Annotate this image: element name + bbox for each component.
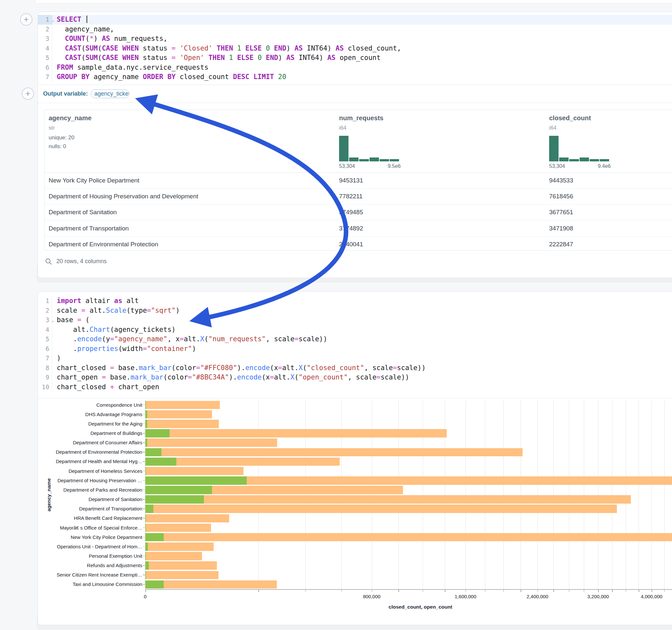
code-line[interactable]: 4 alt.Chart(agency_tickets) [38,325,672,335]
code-text[interactable]: scale = alt.Scale(type="sqrt") [52,306,672,316]
code-text[interactable]: chart_open = base.mark_bar(color="#8BC34… [52,373,672,382]
code-text[interactable]: GROUP BY agency_name ORDER BY closed_cou… [52,72,672,82]
code-line[interactable]: 8chart_closed = base.mark_bar(color="#FF… [38,363,672,373]
code-line[interactable]: 7) [38,354,672,363]
x-axis-minor-tick [485,590,486,592]
table-cell: Department of Housing Preservation and D… [49,193,339,200]
code-text[interactable]: COUNT(*) AS num_requests, [52,34,672,44]
y-axis-tick [143,433,145,434]
y-axis-tick [143,528,145,528]
code-token: agency_name [90,73,143,81]
table-row[interactable]: Department of Environmental Protection22… [44,237,672,252]
code-text[interactable]: .encode(y="agency_name", x=alt.X("num_re… [52,335,672,344]
histogram-bar [549,136,558,162]
code-token: SELECT [57,16,81,23]
code-token [81,16,86,23]
column-name[interactable]: agency_name [49,114,91,122]
python-code-editor[interactable]: 1import altair as alt2scale = alt.Scale(… [38,292,672,398]
code-text[interactable]: import altair as alt [52,296,672,306]
code-line[interactable]: 4 CAST(SUM(CASE WHEN status = 'Closed' T… [38,44,672,53]
bar-closed-count [145,505,617,513]
y-axis-tick [143,461,145,462]
code-text[interactable]: alt.Chart(agency_tickets) [52,325,672,335]
code-text[interactable]: base = ( [52,315,672,325]
y-axis-tick [143,480,145,481]
sql-code-editor[interactable]: 1⌄SELECT 2 agency_name,3 COUNT(*) AS num… [38,12,672,84]
code-token [262,44,266,52]
code-line[interactable]: 2scale = alt.Scale(type="sqrt") [38,306,672,316]
code-line[interactable]: 3⌄base = ( [38,315,672,325]
code-text[interactable]: chart_closed = base.mark_bar(color="#FFC… [52,363,672,373]
column-name[interactable]: num_requests [339,114,383,122]
code-token: = [171,44,176,52]
y-axis-tick [143,575,145,575]
code-line[interactable]: 6 .properties(width="container") [38,344,672,354]
x-axis-label: 2,400,000 [527,594,549,599]
code-token: ) [278,54,286,62]
y-axis-label: Personal Exemption Unit [45,553,142,559]
y-axis-label: Department for the Aging [45,421,142,427]
line-number: 6 [38,63,52,73]
code-token [225,54,229,62]
table-row[interactable]: New York City Police Department945313194… [44,173,672,189]
code-line[interactable]: 1⌄SELECT [38,15,672,25]
add-cell-button[interactable]: + [22,88,34,100]
code-line[interactable]: 5 .encode(y="agency_name", x=alt.X("num_… [38,335,672,344]
sql-output-section: agency_namestrunique: 20nulls: 0num_requ… [38,103,672,278]
code-token: encode [245,364,270,372]
code-line[interactable]: 1import altair as alt [38,296,672,306]
code-token: 'Closed' [179,44,212,52]
code-token [241,44,245,52]
output-variable-bar: Output variable: agency_tickets [38,84,672,103]
x-axis-title: closed_count, open_count [389,604,452,610]
table-cell: 2222847 [549,241,672,248]
code-line[interactable]: 7GROUP BY agency_name ORDER BY closed_co… [38,72,672,82]
table-row[interactable]: Department of Transportation377489234719… [44,220,672,236]
collapse-chevron-icon[interactable]: ⌄ [51,316,54,325]
add-cell-button[interactable]: + [20,13,32,26]
y-axis-label: DHS Advantage Programs [45,412,142,417]
y-axis-label: Department of Homeless Services [45,468,142,474]
code-token: ) [57,354,61,362]
code-line[interactable]: 9chart_open = base.mark_bar(color="#8BC3… [38,373,672,382]
code-token: alt. [86,307,106,314]
code-text[interactable]: ) [52,354,672,363]
bar-open-count [145,410,147,419]
code-line[interactable]: 3 COUNT(*) AS num_requests, [38,34,672,44]
code-line[interactable]: 6FROM sample_data.nyc.service_requests [38,63,672,73]
chart-gridline [553,400,554,589]
code-token: THEN [217,44,233,52]
code-text[interactable]: SELECT [52,15,672,25]
table-row[interactable]: Department of Housing Preservation and D… [44,189,672,204]
histogram-bar [380,159,389,162]
code-token: 'Open' [179,54,204,62]
code-text[interactable]: FROM sample_data.nyc.service_requests [52,63,672,73]
code-text[interactable]: .properties(width="container") [52,344,672,354]
code-token: , scale [364,364,393,372]
code-token: (x [262,373,270,381]
code-token: GROUP [57,73,77,81]
table-cell: 3471908 [549,225,672,232]
code-token [176,44,180,52]
bar-open-count [145,571,146,579]
code-line[interactable]: 5 CAST(SUM(CASE WHEN status = 'Open' THE… [38,53,672,63]
chart-gridline [652,400,652,589]
table-row[interactable]: Department of Sanitation37494853677651 [44,204,672,220]
collapse-chevron-icon[interactable]: ⌄ [51,15,54,25]
code-line[interactable]: 10chart_closed + chart_open [38,382,672,392]
code-text[interactable]: agency_name, [52,25,672,34]
column-name[interactable]: closed_count [549,114,591,122]
code-text[interactable]: chart_closed + chart_open [52,382,672,392]
chart-gridline [258,400,259,589]
code-token [118,44,123,52]
code-text[interactable]: CAST(SUM(CASE WHEN status = 'Closed' THE… [52,44,672,53]
output-variable-pill[interactable]: agency_tickets [91,90,129,98]
code-token: status [139,54,171,62]
x-axis-minor-tick [465,590,466,592]
output-variable-label: Output variable: [43,91,88,97]
code-line[interactable]: 2 agency_name, [38,25,672,34]
chart-gridline [445,400,445,589]
x-axis-minor-tick [305,590,306,592]
search-icon[interactable] [45,258,52,265]
code-text[interactable]: CAST(SUM(CASE WHEN status = 'Open' THEN … [52,53,672,63]
